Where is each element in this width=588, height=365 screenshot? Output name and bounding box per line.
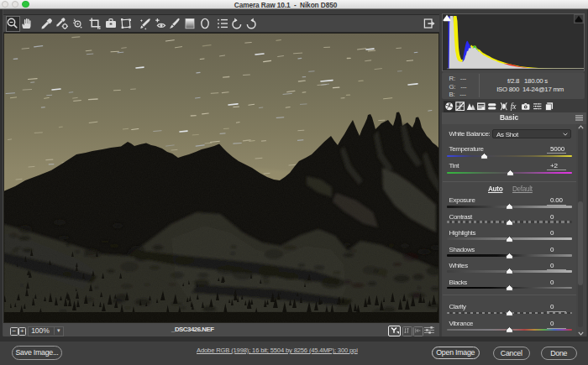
svg-text:fx: fx [511, 102, 517, 111]
